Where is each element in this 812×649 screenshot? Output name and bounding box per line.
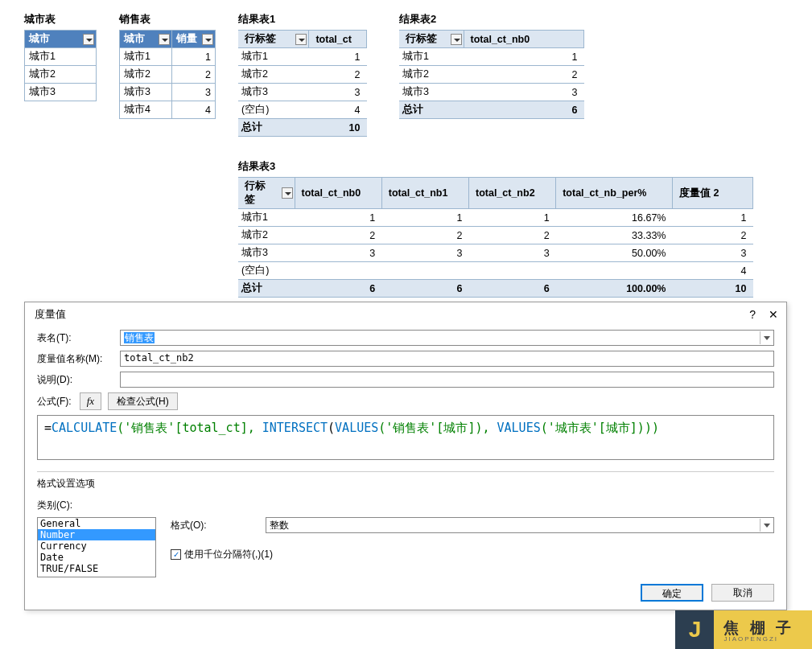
result1-title: 结果表1 — [238, 12, 367, 27]
dropdown-icon[interactable] — [282, 187, 293, 199]
rowlabel-header: 行标签 — [399, 31, 464, 48]
logo: J 焦 棚 子 JIAOPENGZI — [675, 610, 812, 649]
measure-name-input[interactable]: total_ct_nb2 — [120, 351, 774, 367]
check-formula-button[interactable]: 检查公式(H) — [108, 392, 178, 410]
rowlabel-header: 行标签 — [238, 31, 309, 48]
table-name-combo[interactable]: 销售表 — [120, 330, 774, 346]
logo-icon: J — [675, 610, 714, 649]
result3-table: 行标签 total_ct_nb0 total_ct_nb1 total_ct_n… — [238, 177, 753, 298]
format-label: 格式(O): — [171, 519, 266, 532]
result1-table: 行标签 total_ct 城市11 城市22 城市33 (空白)4 总计10 — [238, 30, 367, 137]
city-cell[interactable]: 城市1 — [25, 48, 97, 66]
sales-city-header: 城市 — [120, 31, 172, 48]
chevron-down-icon[interactable] — [760, 331, 773, 344]
city-table-title: 城市表 — [24, 12, 97, 27]
result2-title: 结果表2 — [399, 12, 584, 27]
cat-number[interactable]: Number — [38, 529, 155, 540]
cat-general[interactable]: General — [38, 518, 155, 529]
category-label: 类别(C): — [37, 499, 774, 512]
dropdown-icon[interactable] — [159, 34, 170, 45]
city-cell[interactable]: 城市3 — [25, 84, 97, 101]
table-name-label: 表名(T): — [37, 331, 113, 345]
help-button[interactable]: ? — [749, 308, 756, 321]
format-combo[interactable]: 整数 — [266, 517, 774, 533]
ok-button[interactable]: 确定 — [641, 584, 703, 602]
dropdown-icon[interactable] — [451, 34, 462, 45]
thousand-checkbox[interactable]: ✓ — [171, 549, 181, 560]
cancel-button[interactable]: 取消 — [711, 584, 774, 602]
result2-table: 行标签 total_ct_nb0 城市11 城市22 城市33 总计6 — [399, 30, 584, 119]
fx-button[interactable]: fx — [80, 392, 101, 410]
total-ct-nb0-header: total_ct_nb0 — [464, 31, 584, 48]
result3-title: 结果表3 — [238, 159, 753, 174]
dialog-title: 度量值 — [35, 307, 66, 322]
measure-name-label: 度量值名称(M): — [37, 352, 113, 366]
rowlabel-header: 行标签 — [238, 178, 295, 209]
category-listbox[interactable]: General Number Currency Date TRUE/FALSE — [37, 517, 156, 577]
city-table: 城市 城市1 城市2 城市3 — [24, 30, 97, 101]
dropdown-icon[interactable] — [295, 34, 307, 45]
city-cell[interactable]: 城市2 — [25, 66, 97, 84]
cat-date[interactable]: Date — [38, 552, 155, 563]
cat-currency[interactable]: Currency — [38, 540, 155, 552]
sales-table: 城市 销量 城市11 城市22 城市33 城市44 — [119, 30, 216, 119]
city-header: 城市 — [25, 31, 97, 48]
format-section-label: 格式设置选项 — [37, 477, 774, 491]
dropdown-icon[interactable] — [83, 34, 94, 45]
sales-qty-header: 销量 — [171, 31, 215, 48]
sales-table-title: 销售表 — [119, 12, 216, 27]
dropdown-icon[interactable] — [202, 34, 213, 45]
chevron-down-icon[interactable] — [760, 519, 773, 532]
total-ct-header: total_ct — [309, 31, 367, 48]
measure-dialog: 度量值 ? ✕ 表名(T): 销售表 度量值名称(M): total_ct_nb… — [24, 302, 787, 610]
desc-input[interactable] — [120, 372, 774, 388]
formula-input[interactable]: =CALCULATE('销售表'[total_ct], INTERSECT(VA… — [37, 415, 774, 460]
cat-bool[interactable]: TRUE/FALSE — [38, 563, 155, 574]
formula-label: 公式(F): — [37, 395, 72, 409]
desc-label: 说明(D): — [37, 373, 113, 387]
thousand-label: 使用千位分隔符(,)(1) — [184, 548, 273, 561]
close-button[interactable]: ✕ — [769, 308, 778, 321]
